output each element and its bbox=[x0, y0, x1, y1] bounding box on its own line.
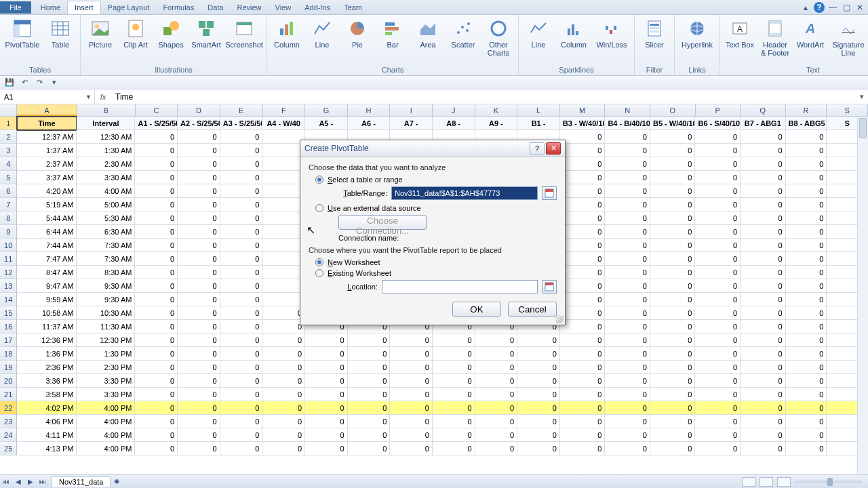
cell[interactable]: 0 bbox=[605, 442, 650, 455]
window-minimize-icon[interactable]: — bbox=[827, 2, 838, 13]
header-cell[interactable]: A3 - S/25/50 bbox=[220, 117, 263, 130]
tab-review[interactable]: Review bbox=[230, 1, 268, 14]
cell[interactable]: 0 bbox=[786, 239, 827, 252]
tab-home[interactable]: Home bbox=[34, 1, 67, 14]
header-cell[interactable]: B6 - S/40/100 bbox=[695, 117, 741, 130]
column-header-K[interactable]: K bbox=[475, 104, 518, 116]
cell[interactable]: 0 bbox=[433, 401, 475, 415]
radio-external-source[interactable] bbox=[315, 204, 323, 212]
cell[interactable]: 0 bbox=[178, 239, 220, 252]
header-cell[interactable]: A8 - bbox=[433, 117, 475, 130]
cell[interactable]: 0 bbox=[560, 211, 606, 225]
insert-function-icon[interactable]: fx bbox=[95, 93, 111, 101]
slicer-button[interactable]: Slicer bbox=[637, 16, 671, 50]
column-header-J[interactable]: J bbox=[433, 104, 475, 116]
cell[interactable]: 0 bbox=[560, 130, 606, 144]
cell[interactable]: 0 bbox=[650, 293, 696, 306]
formula-bar-expand-icon[interactable]: ▾ bbox=[856, 92, 868, 101]
cell[interactable]: 0 bbox=[695, 130, 741, 144]
cell[interactable]: 0 bbox=[178, 361, 220, 374]
cell[interactable]: 0 bbox=[135, 374, 178, 388]
cell[interactable]: 0 bbox=[605, 239, 650, 252]
row-header[interactable]: 22 bbox=[0, 401, 17, 415]
cell[interactable]: 0 bbox=[135, 184, 178, 198]
cell[interactable]: 0 bbox=[741, 415, 786, 428]
cell[interactable]: 0 bbox=[517, 361, 560, 374]
cell[interactable]: 0 bbox=[560, 225, 606, 239]
cell[interactable]: 0 bbox=[178, 401, 220, 415]
header-cell[interactable]: B8 - ABG5 bbox=[786, 117, 827, 130]
sparkline-column-button[interactable]: Column bbox=[557, 16, 591, 50]
cell[interactable]: 0 bbox=[517, 401, 560, 415]
cell[interactable]: 0 bbox=[220, 293, 263, 306]
cell[interactable]: 0 bbox=[695, 428, 741, 442]
cell[interactable]: 0 bbox=[178, 198, 220, 211]
cell[interactable]: 0 bbox=[786, 374, 827, 388]
cell[interactable]: 0 bbox=[305, 374, 348, 388]
cell[interactable]: 0 bbox=[786, 442, 827, 455]
cell[interactable]: 0 bbox=[135, 225, 178, 239]
picture-button[interactable]: Picture bbox=[83, 16, 117, 50]
row-header[interactable]: 9 bbox=[0, 225, 17, 239]
cell[interactable]: 0 bbox=[262, 388, 305, 401]
cell[interactable]: 0 bbox=[135, 347, 178, 361]
cell[interactable]: 0 bbox=[605, 225, 650, 239]
cell[interactable]: 0 bbox=[475, 388, 518, 401]
cell[interactable]: 0 bbox=[741, 266, 786, 279]
cell[interactable]: 12:30 PM bbox=[77, 333, 135, 347]
hyperlink-button[interactable]: Hyperlink bbox=[677, 16, 717, 50]
cell[interactable]: 7:30 AM bbox=[77, 239, 135, 252]
column-header-H[interactable]: H bbox=[348, 104, 391, 116]
chart-column-button[interactable]: Column bbox=[270, 16, 304, 50]
cell[interactable]: 0 bbox=[786, 279, 827, 293]
cell[interactable]: 0 bbox=[560, 347, 606, 361]
table-button[interactable]: Table bbox=[43, 16, 77, 50]
row-header[interactable]: 5 bbox=[0, 171, 17, 184]
cell[interactable] bbox=[262, 239, 305, 252]
cell[interactable]: 0 bbox=[178, 415, 220, 428]
cell[interactable]: 0 bbox=[786, 415, 827, 428]
cell[interactable]: 0 bbox=[220, 266, 263, 279]
cell[interactable]: 0 bbox=[178, 157, 220, 171]
cell[interactable] bbox=[262, 171, 305, 184]
cell[interactable]: 0 bbox=[135, 415, 178, 428]
cell[interactable]: 0 bbox=[135, 428, 178, 442]
cell[interactable]: 0 bbox=[650, 266, 696, 279]
cell[interactable]: 0 bbox=[650, 347, 696, 361]
cell[interactable]: 0 bbox=[560, 266, 606, 279]
cell[interactable]: 0 bbox=[517, 333, 560, 347]
cell[interactable]: 0 bbox=[786, 252, 827, 266]
cell[interactable]: 0 bbox=[475, 361, 518, 374]
cell[interactable]: 1:36 PM bbox=[17, 347, 77, 361]
cell[interactable]: 0 bbox=[605, 428, 650, 442]
cell[interactable]: 2:30 AM bbox=[77, 157, 135, 171]
cell[interactable]: 0 bbox=[605, 144, 650, 157]
cell[interactable]: 0 bbox=[605, 266, 650, 279]
cell[interactable]: 0 bbox=[605, 347, 650, 361]
cell[interactable]: 4:11 PM bbox=[17, 428, 77, 442]
cell[interactable]: 0 bbox=[178, 293, 220, 306]
cell[interactable]: 0 bbox=[605, 279, 650, 293]
cell[interactable]: 0 bbox=[650, 279, 696, 293]
cell[interactable]: 0 bbox=[560, 198, 606, 211]
select-all-corner[interactable] bbox=[0, 104, 17, 116]
cell[interactable] bbox=[262, 130, 305, 144]
radio-existing-worksheet[interactable] bbox=[315, 269, 323, 277]
cell[interactable]: 0 bbox=[433, 388, 475, 401]
cell[interactable]: 0 bbox=[433, 442, 475, 455]
cell[interactable]: 0 bbox=[262, 374, 305, 388]
row-header[interactable]: 2 bbox=[0, 130, 17, 144]
cell[interactable]: 0 bbox=[650, 388, 696, 401]
location-picker-icon[interactable] bbox=[542, 280, 557, 293]
cell[interactable]: 4:13 PM bbox=[17, 442, 77, 455]
cell[interactable]: 0 bbox=[135, 361, 178, 374]
cell[interactable]: 0 bbox=[220, 361, 263, 374]
cell[interactable] bbox=[262, 198, 305, 211]
cell[interactable]: 0 bbox=[605, 388, 650, 401]
cell[interactable]: 0 bbox=[348, 401, 391, 415]
row-header[interactable]: 6 bbox=[0, 184, 17, 198]
cell[interactable]: 0 bbox=[517, 388, 560, 401]
cell[interactable]: 0 bbox=[560, 320, 606, 333]
cell[interactable]: 0 bbox=[560, 415, 606, 428]
cell[interactable]: 0 bbox=[560, 171, 606, 184]
